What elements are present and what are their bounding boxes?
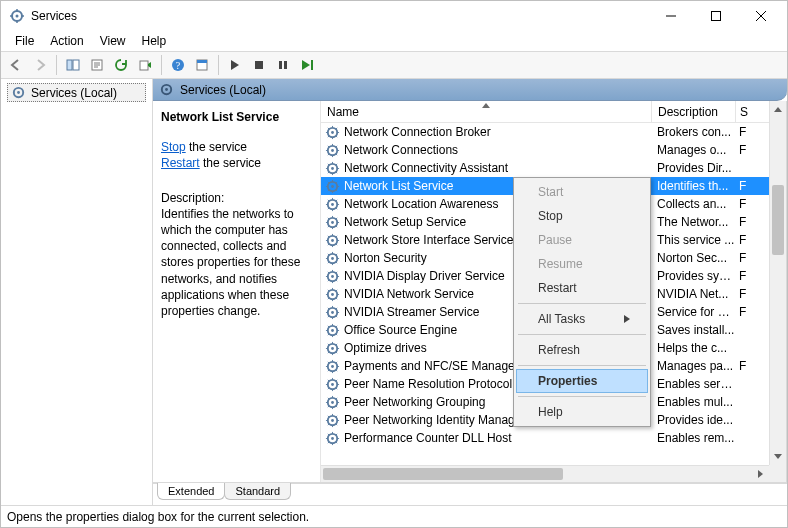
pause-service-button[interactable] [272, 54, 294, 76]
svg-rect-4 [73, 60, 79, 70]
forward-button[interactable] [29, 54, 51, 76]
svg-rect-13 [284, 61, 287, 69]
refresh-button[interactable] [110, 54, 132, 76]
service-name: Network Connectivity Assistant [344, 161, 508, 175]
service-name: Optimize drives [344, 341, 427, 355]
service-row[interactable]: Performance Counter DLL HostEnables rem.… [321, 429, 786, 447]
svg-point-48 [331, 383, 334, 386]
close-button[interactable] [738, 2, 783, 30]
show-hide-tree-button[interactable] [62, 54, 84, 76]
cm-stop[interactable]: Stop [516, 204, 648, 228]
cm-resume: Resume [516, 252, 648, 276]
maximize-button[interactable] [693, 2, 738, 30]
properties-button[interactable] [86, 54, 108, 76]
sort-asc-icon [482, 103, 490, 108]
service-row[interactable]: Network ConnectionsManages o...F [321, 141, 786, 159]
menu-view[interactable]: View [92, 32, 134, 50]
column-description[interactable]: Description [651, 101, 735, 122]
toolbar: ? [1, 51, 787, 79]
export-button[interactable] [134, 54, 156, 76]
svg-point-38 [331, 293, 334, 296]
tab-extended[interactable]: Extended [157, 483, 225, 500]
cm-help[interactable]: Help [516, 400, 648, 424]
service-desc: Provides sys... [651, 269, 735, 283]
svg-point-54 [331, 437, 334, 440]
service-name: Peer Name Resolution Protocol [344, 377, 512, 391]
tab-standard[interactable]: Standard [224, 483, 291, 500]
cm-restart[interactable]: Restart [516, 276, 648, 300]
back-button[interactable] [5, 54, 27, 76]
service-row[interactable]: Network Connection BrokerBrokers con...F [321, 123, 786, 141]
svg-point-44 [331, 347, 334, 350]
bottom-tabs: Extended Standard [153, 483, 787, 505]
restart-service-button[interactable] [296, 54, 318, 76]
service-status: F [735, 269, 757, 283]
help-topics-button[interactable] [191, 54, 213, 76]
horizontal-scrollbar[interactable] [321, 465, 769, 482]
nav-services-local[interactable]: Services (Local) [7, 83, 146, 102]
vertical-scroll-thumb[interactable] [772, 185, 784, 255]
svg-rect-12 [279, 61, 282, 69]
service-desc: Service for S... [651, 305, 735, 319]
minimize-button[interactable] [648, 2, 693, 30]
service-name: Norton Security [344, 251, 427, 265]
svg-rect-6 [140, 61, 148, 70]
cm-start: Start [516, 180, 648, 204]
cm-refresh[interactable]: Refresh [516, 338, 648, 362]
service-name: Network List Service [344, 179, 453, 193]
column-headers: Name Description S [321, 101, 786, 123]
service-desc: Enables rem... [651, 431, 735, 445]
service-desc: Norton Sec... [651, 251, 735, 265]
scroll-right-button[interactable] [752, 466, 769, 482]
service-row[interactable]: Network Connectivity AssistantProvides D… [321, 159, 786, 177]
start-service-button[interactable] [224, 54, 246, 76]
service-name: Network Setup Service [344, 215, 466, 229]
scroll-up-button[interactable] [770, 101, 786, 118]
service-name: Network Connections [344, 143, 458, 157]
restart-link-suffix: the service [200, 156, 261, 170]
nav-tree: Services (Local) [1, 79, 153, 505]
service-desc: Provides Dir... [651, 161, 735, 175]
cm-properties[interactable]: Properties [516, 369, 648, 393]
svg-point-40 [331, 311, 334, 314]
description-label: Description: [161, 190, 310, 206]
status-text: Opens the properties dialog box for the … [7, 510, 309, 524]
restart-link[interactable]: Restart [161, 156, 200, 170]
service-name: NVIDIA Network Service [344, 287, 474, 301]
statusbar: Opens the properties dialog box for the … [1, 505, 787, 527]
menu-help[interactable]: Help [134, 32, 175, 50]
horizontal-scroll-thumb[interactable] [323, 468, 563, 480]
svg-point-26 [331, 185, 334, 188]
help-button[interactable]: ? [167, 54, 189, 76]
menu-file[interactable]: File [7, 32, 42, 50]
nav-label: Services (Local) [31, 86, 117, 100]
scroll-down-button[interactable] [770, 448, 786, 465]
svg-rect-14 [311, 60, 313, 70]
service-name: Performance Counter DLL Host [344, 431, 512, 445]
stop-service-button[interactable] [248, 54, 270, 76]
services-icon [159, 82, 174, 97]
service-status: F [735, 197, 757, 211]
cm-pause: Pause [516, 228, 648, 252]
cm-all-tasks[interactable]: All Tasks [516, 307, 648, 331]
selected-service-title: Network List Service [161, 109, 310, 125]
panel-header: Services (Local) [153, 79, 787, 101]
list-body: Network Connection BrokerBrokers con...F… [321, 123, 786, 482]
service-name: Network Connection Broker [344, 125, 491, 139]
svg-point-18 [165, 88, 168, 91]
svg-point-30 [331, 221, 334, 224]
svg-rect-11 [255, 61, 263, 69]
menu-action[interactable]: Action [42, 32, 91, 50]
services-app-icon [9, 8, 25, 24]
service-status: F [735, 143, 757, 157]
vertical-scrollbar[interactable] [769, 101, 786, 465]
stop-link[interactable]: Stop [161, 140, 186, 154]
column-status[interactable]: S [735, 101, 757, 122]
column-name[interactable]: Name [321, 105, 651, 119]
service-status: F [735, 233, 757, 247]
svg-point-22 [331, 149, 334, 152]
svg-point-52 [331, 419, 334, 422]
service-desc: Collects an... [651, 197, 735, 211]
svg-point-20 [331, 131, 334, 134]
scroll-corner [769, 465, 786, 482]
